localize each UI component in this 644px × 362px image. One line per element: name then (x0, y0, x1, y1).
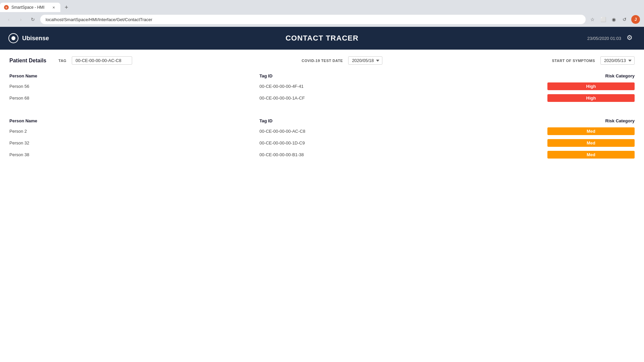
new-tab-button[interactable]: + (62, 3, 71, 12)
app-content: Patient Details TAG COVID-19 TEST DATE 2… (0, 50, 644, 175)
covid-test-date-select[interactable]: 2020/05/18 2020/05/17 2020/05/16 (348, 56, 382, 65)
person-name: Person 56 (9, 80, 260, 92)
reload-button[interactable]: ↻ (28, 15, 38, 24)
risk-category: Med (509, 125, 635, 137)
back-button[interactable]: ‹ (4, 15, 13, 24)
browser-actions: ☆ ⬜ ◉ ↺ J (588, 15, 640, 24)
tag-label: TAG (58, 59, 66, 63)
extension-icon2[interactable]: ◉ (610, 15, 618, 23)
logo-area: Ubisense (8, 33, 49, 44)
table-row: Person 56 00-CE-00-00-00-4F-41 High (9, 80, 635, 92)
app-header: Ubisense CONTACT TRACER 23/05/2020 01:03… (0, 27, 644, 50)
col-header-person-name-med: Person Name (9, 116, 260, 125)
high-risk-section: Person Name Tag ID Risk Category Person … (9, 71, 635, 104)
col-header-risk-med: Risk Category (509, 116, 635, 125)
high-risk-table-header: Person Name Tag ID Risk Category (9, 71, 635, 80)
tag-input[interactable] (72, 56, 132, 65)
person-name: Person 32 (9, 137, 260, 149)
settings-icon[interactable]: ⚙ (627, 34, 636, 43)
col-header-tag-id-med: Tag ID (260, 116, 510, 125)
med-risk-table-header: Person Name Tag ID Risk Category (9, 116, 635, 125)
patient-details-bar: Patient Details TAG COVID-19 TEST DATE 2… (9, 56, 635, 65)
browser-address-bar: ‹ › ↻ ☆ ⬜ ◉ ↺ J (0, 12, 644, 27)
person-name: Person 68 (9, 92, 260, 104)
profile-icon[interactable]: J (631, 15, 640, 24)
tab-title: SmartSpace - HMI (11, 5, 45, 10)
col-header-person-name-high: Person Name (9, 71, 260, 80)
table-row: Person 32 00-CE-00-00-00-1D-C9 Med (9, 137, 635, 149)
tag-id: 00-CE-00-00-00-AC-C8 (260, 125, 510, 137)
logo-text: Ubisense (22, 35, 49, 42)
risk-category: Med (509, 149, 635, 161)
tag-id: 00-CE-00-00-00-4F-41 (260, 80, 510, 92)
symptoms-date-wrapper: 2020/05/13 2020/05/12 2020/05/11 (600, 56, 635, 65)
tab-favicon: S (4, 5, 9, 10)
patient-details-title: Patient Details (9, 58, 46, 64)
svg-point-1 (11, 36, 15, 40)
section-divider (9, 112, 635, 112)
extension-icon3[interactable]: ↺ (621, 15, 629, 23)
symptoms-date-select[interactable]: 2020/05/13 2020/05/12 2020/05/11 (600, 56, 635, 65)
tab-close-button[interactable]: ✕ (51, 5, 56, 10)
col-header-risk-high: Risk Category (509, 71, 635, 80)
table-row: Person 38 00-CE-00-00-00-B1-38 Med (9, 149, 635, 161)
col-header-tag-id-high: Tag ID (260, 71, 510, 80)
covid-test-label: COVID-19 TEST DATE (302, 59, 343, 63)
high-risk-table: Person Name Tag ID Risk Category Person … (9, 71, 635, 104)
person-name: Person 2 (9, 125, 260, 137)
person-name: Person 38 (9, 149, 260, 161)
header-right: 23/05/2020 01:03 ⚙ (587, 34, 636, 43)
tag-id: 00-CE-00-00-00-B1-38 (260, 149, 510, 161)
med-risk-table: Person Name Tag ID Risk Category Person … (9, 116, 635, 161)
app-title: CONTACT TRACER (285, 34, 359, 43)
risk-category: Med (509, 137, 635, 149)
risk-category: High (509, 92, 635, 104)
symptoms-label: START OF SYMPTOMS (552, 59, 595, 63)
url-input[interactable] (40, 15, 586, 24)
ubisense-logo-icon (8, 33, 19, 44)
browser-tab-active[interactable]: S SmartSpace - HMI ✕ (0, 3, 60, 12)
med-risk-section: Person Name Tag ID Risk Category Person … (9, 116, 635, 161)
tag-id: 00-CE-00-00-00-1A-CF (260, 92, 510, 104)
table-row: Person 2 00-CE-00-00-00-AC-C8 Med (9, 125, 635, 137)
extension-icon1[interactable]: ⬜ (599, 15, 607, 23)
table-row: Person 68 00-CE-00-00-00-1A-CF High (9, 92, 635, 104)
header-datetime: 23/05/2020 01:03 (587, 36, 621, 41)
forward-button[interactable]: › (16, 15, 25, 24)
risk-category: High (509, 80, 635, 92)
bookmark-icon[interactable]: ☆ (588, 15, 596, 23)
covid-test-date-wrapper: 2020/05/18 2020/05/17 2020/05/16 (348, 56, 382, 65)
browser-chrome: S SmartSpace - HMI ✕ + ‹ › ↻ ☆ ⬜ ◉ ↺ J (0, 0, 644, 27)
browser-tab-bar: S SmartSpace - HMI ✕ + (0, 0, 644, 12)
tag-id: 00-CE-00-00-00-1D-C9 (260, 137, 510, 149)
